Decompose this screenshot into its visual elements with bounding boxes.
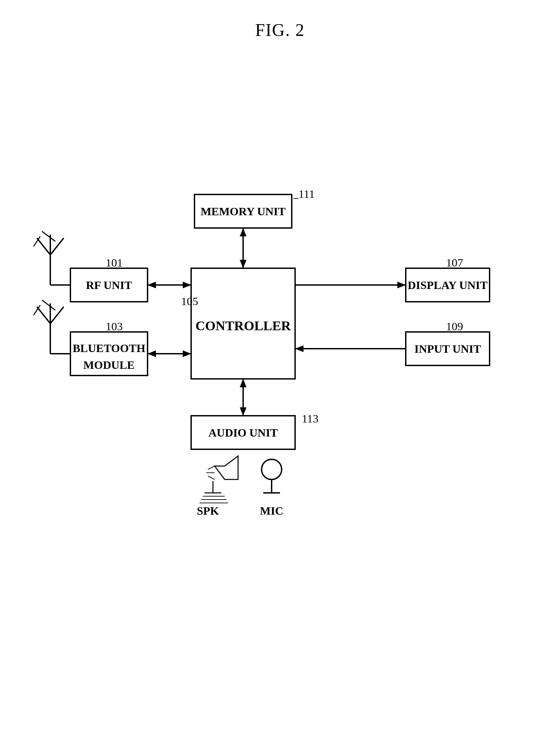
svg-text:111: 111: [299, 188, 315, 200]
svg-text:SPK: SPK: [197, 505, 219, 517]
svg-text:103: 103: [105, 320, 123, 333]
svg-marker-31: [183, 350, 191, 357]
svg-marker-6: [240, 260, 246, 268]
svg-text:MODULE: MODULE: [84, 359, 135, 371]
svg-marker-37: [240, 379, 246, 387]
svg-text:AUDIO UNIT: AUDIO UNIT: [209, 426, 278, 439]
svg-text:113: 113: [302, 412, 318, 425]
svg-marker-30: [148, 350, 156, 357]
svg-marker-33: [397, 282, 406, 288]
svg-marker-27: [148, 282, 156, 288]
svg-line-48: [50, 307, 64, 324]
svg-marker-38: [240, 408, 246, 416]
svg-line-54: [208, 476, 215, 480]
svg-text:101: 101: [105, 257, 123, 269]
svg-text:MIC: MIC: [260, 505, 283, 517]
svg-text:105: 105: [181, 295, 198, 307]
svg-text:BLUETOOTH: BLUETOOTH: [73, 342, 146, 354]
svg-line-50: [42, 300, 55, 310]
svg-marker-51: [215, 456, 238, 480]
svg-text:RF UNIT: RF UNIT: [86, 279, 132, 291]
svg-line-47: [37, 307, 50, 324]
svg-line-42: [50, 238, 64, 255]
svg-text:INPUT UNIT: INPUT UNIT: [414, 343, 481, 355]
svg-text:DISPLAY UNIT: DISPLAY UNIT: [408, 279, 488, 291]
svg-text:109: 109: [446, 320, 463, 333]
svg-marker-5: [240, 228, 246, 236]
svg-line-52: [208, 466, 215, 469]
svg-marker-28: [183, 282, 191, 288]
svg-line-44: [42, 231, 55, 241]
svg-line-41: [37, 238, 50, 255]
svg-marker-35: [295, 345, 304, 352]
page-title: FIG. 2: [255, 20, 305, 40]
svg-text:CONTROLLER: CONTROLLER: [195, 318, 291, 333]
svg-text:MEMORY UNIT: MEMORY UNIT: [200, 205, 286, 218]
svg-point-61: [261, 459, 282, 480]
svg-text:107: 107: [446, 257, 463, 269]
